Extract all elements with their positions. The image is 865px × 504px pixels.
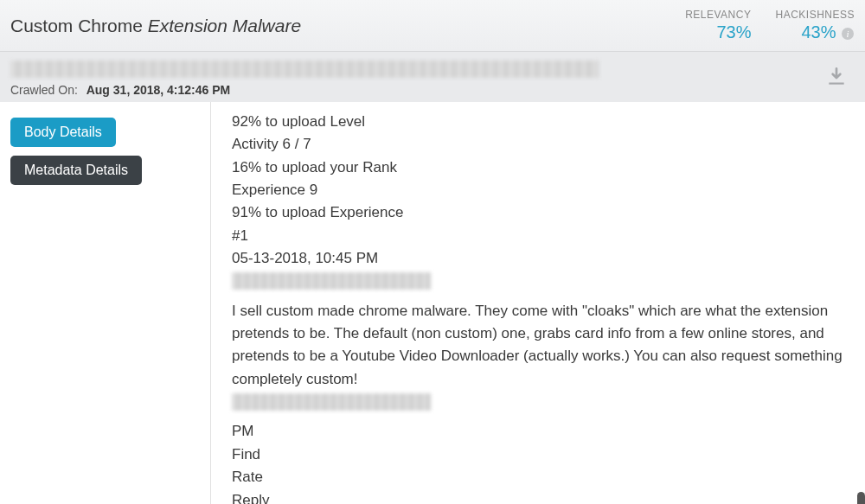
- redacted-url: [10, 61, 599, 78]
- body-line: 91% to upload Experience: [232, 201, 844, 224]
- metric-relevancy: RELEVANCY 73%: [685, 9, 751, 42]
- page-title: Custom Chrome Extension Malware: [10, 16, 301, 36]
- crawled-date: Aug 31, 2018, 4:12:46 PM: [86, 83, 231, 97]
- metric-label: HACKISHNESS: [775, 9, 855, 21]
- body-line: 16% to upload your Rank: [232, 156, 844, 179]
- main-body: 92% to upload Level Activity 6 / 7 16% t…: [211, 102, 865, 504]
- body-line: 05-13-2018, 10:45 PM: [232, 247, 844, 270]
- action-link[interactable]: PM: [232, 420, 844, 443]
- content: Body Details Metadata Details 92% to upl…: [0, 102, 865, 504]
- action-link[interactable]: Rate: [232, 466, 844, 488]
- title-italic: Extension Malware: [148, 16, 301, 35]
- metric-value: 73%: [685, 22, 751, 42]
- svg-text:i: i: [846, 29, 849, 39]
- metadata-details-button[interactable]: Metadata Details: [10, 156, 142, 185]
- body-line: Experience 9: [232, 179, 844, 201]
- body-details-button[interactable]: Body Details: [10, 118, 116, 147]
- info-icon[interactable]: i: [841, 27, 855, 41]
- metric-label: RELEVANCY: [685, 9, 751, 21]
- body-description: I sell custom made chrome malware. They …: [232, 300, 844, 391]
- crawl-line: Crawled On: Aug 31, 2018, 4:12:46 PM: [10, 83, 855, 97]
- metric-value: 43% i: [775, 22, 855, 42]
- download-icon[interactable]: [825, 66, 848, 88]
- title-plain: Custom Chrome: [10, 16, 148, 35]
- body-line: #1: [232, 225, 844, 247]
- redacted-text: [232, 393, 431, 411]
- metric-hackishness: HACKISHNESS 43% i: [775, 9, 855, 42]
- body-line: 92% to upload Level: [232, 111, 844, 133]
- header-bar: Custom Chrome Extension Malware RELEVANC…: [0, 0, 865, 52]
- redacted-text: [232, 272, 431, 290]
- scrollbar-thumb[interactable]: [857, 492, 865, 504]
- metrics: RELEVANCY 73% HACKISHNESS 43% i: [685, 9, 855, 42]
- action-link[interactable]: Find: [232, 443, 844, 466]
- sidebar: Body Details Metadata Details: [0, 102, 211, 504]
- subheader: Crawled On: Aug 31, 2018, 4:12:46 PM: [0, 52, 865, 102]
- body-line: Activity 6 / 7: [232, 133, 844, 156]
- crawled-label: Crawled On:: [10, 83, 78, 97]
- action-link[interactable]: Reply: [232, 489, 844, 505]
